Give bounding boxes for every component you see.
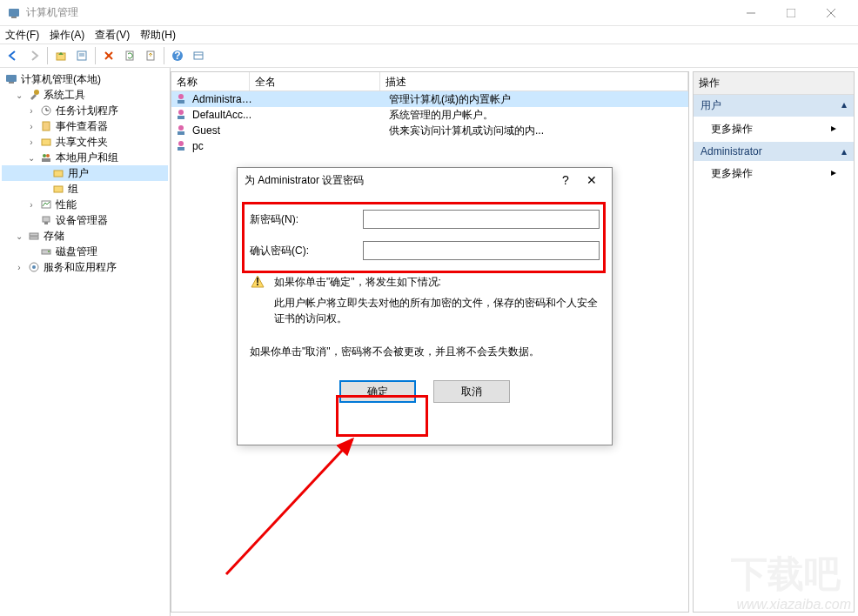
svg-point-40 [178, 94, 184, 99]
back-button[interactable] [3, 46, 23, 65]
refresh-button[interactable] [120, 46, 139, 65]
menu-view[interactable]: 查看(V) [95, 28, 130, 43]
menu-help[interactable]: 帮助(H) [140, 28, 176, 43]
list-row[interactable]: DefaultAcc... 系统管理的用户帐户。 [171, 107, 688, 123]
properties-button[interactable] [72, 46, 91, 65]
warning-text-1: 如果你单击"确定"，将发生如下情况: [274, 274, 600, 290]
tree-perf-label: 性能 [56, 198, 77, 212]
tree-task[interactable]: › 任务计划程序 [2, 103, 168, 118]
svg-rect-30 [54, 186, 63, 192]
forward-button[interactable] [24, 46, 44, 65]
clock-icon [39, 104, 53, 117]
menu-file[interactable]: 文件(F) [5, 28, 39, 43]
tree-storage[interactable]: ⌄ 存储 [2, 228, 168, 244]
tree-devmgr[interactable]: 设备管理器 [2, 212, 168, 228]
folder-icon [39, 135, 53, 149]
dialog-close-button[interactable]: ✕ [579, 173, 605, 187]
maximize-button[interactable] [771, 0, 811, 26]
tree-root[interactable]: 计算机管理(本地) [2, 71, 168, 87]
watermark-logo: 下载吧 [731, 550, 841, 599]
close-button[interactable] [811, 0, 851, 26]
tree-users[interactable]: 用户 [2, 165, 168, 181]
collapse-icon[interactable]: ⌄ [14, 90, 24, 100]
svg-text:!: ! [256, 276, 259, 288]
export-button[interactable] [141, 46, 160, 65]
titlebar: 计算机管理 [0, 0, 858, 26]
svg-rect-45 [178, 131, 184, 135]
row-name: pc [192, 140, 253, 152]
dialog-title: 为 Administrator 设置密码 [245, 173, 553, 188]
list-row[interactable]: pc [171, 138, 688, 154]
list-row[interactable]: Guest 供来宾访问计算机或访问域的内... [171, 123, 688, 138]
set-password-dialog: 为 Administrator 设置密码 ? ✕ 新密码(N): 确认密码(C)… [237, 167, 613, 445]
user-icon [175, 108, 189, 122]
collapse-icon[interactable]: ⌄ [14, 231, 24, 241]
row-name: DefaultAcc... [192, 109, 253, 121]
new-password-input[interactable] [363, 210, 600, 229]
svg-rect-28 [42, 158, 50, 162]
svg-rect-33 [44, 222, 48, 224]
tree-systools[interactable]: ⌄ 系统工具 [2, 87, 168, 103]
tree-perf[interactable]: › 性能 [2, 197, 168, 212]
device-icon [39, 213, 53, 227]
perf-icon [39, 198, 53, 211]
svg-point-27 [46, 154, 50, 157]
dialog-help-button[interactable]: ? [553, 173, 579, 187]
info-text: 如果你单击"取消"，密码将不会被更改，并且将不会丢失数据。 [250, 344, 600, 359]
computer-icon [4, 72, 18, 86]
actions-pane: 操作 用户 ▴ 更多操作 ▸ Administrator ▴ 更多操作 ▸ [693, 71, 855, 613]
tree-diskmgr[interactable]: 磁盘管理 [2, 244, 168, 259]
expand-icon[interactable]: › [26, 137, 37, 147]
delete-button[interactable] [99, 46, 118, 65]
col-full[interactable]: 全名 [250, 72, 380, 90]
list-row[interactable]: Administrat... 管理计算机(域)的内置帐户 [171, 91, 688, 107]
tree-event-label: 事件查看器 [56, 119, 108, 134]
confirm-password-input[interactable] [363, 241, 600, 260]
col-desc[interactable]: 描述 [380, 72, 688, 90]
collapse-icon: ▴ [841, 145, 847, 157]
actions-more-label: 更多操作 [711, 166, 753, 181]
tree-localusers-label: 本地用户和组 [56, 151, 118, 165]
row-desc: 管理计算机(域)的内置帐户 [384, 92, 688, 107]
tree-localusers[interactable]: ⌄ 本地用户和组 [2, 150, 168, 165]
expand-icon[interactable]: › [26, 106, 37, 116]
actions-block-users[interactable]: 用户 ▴ [694, 95, 854, 117]
event-icon [39, 119, 53, 133]
tree-devmgr-label: 设备管理器 [56, 213, 108, 228]
cancel-button[interactable]: 取消 [433, 380, 510, 403]
chevron-right-icon: ▸ [831, 166, 836, 181]
tree-event[interactable]: › 事件查看器 [2, 118, 168, 134]
expand-icon[interactable]: › [26, 122, 37, 131]
expand-icon[interactable]: › [14, 263, 24, 272]
expand-icon[interactable]: › [26, 200, 37, 210]
window-title: 计算机管理 [26, 5, 731, 20]
actions-header: 操作 [694, 72, 854, 95]
view-button[interactable] [189, 46, 208, 65]
svg-point-20 [34, 90, 39, 95]
actions-block-admin-label: Administrator [700, 145, 762, 157]
svg-rect-35 [30, 237, 38, 239]
confirm-password-label: 确认密码(C): [250, 244, 363, 258]
ok-button[interactable]: 确定 [339, 380, 416, 403]
actions-more-admin[interactable]: 更多操作 ▸ [694, 161, 854, 186]
menu-action[interactable]: 操作(A) [50, 28, 84, 43]
svg-text:?: ? [174, 50, 180, 62]
actions-block-admin[interactable]: Administrator ▴ [694, 142, 854, 161]
svg-rect-1 [11, 17, 17, 18]
tree-groups[interactable]: 组 [2, 181, 168, 197]
svg-rect-41 [178, 100, 184, 104]
up-button[interactable] [51, 46, 70, 65]
collapse-icon[interactable]: ⌄ [26, 153, 37, 163]
folder-icon [51, 182, 65, 196]
tree-shared[interactable]: › 共享文件夹 [2, 134, 168, 150]
tree-services[interactable]: › 服务和应用程序 [2, 259, 168, 275]
col-name[interactable]: 名称 [171, 72, 250, 90]
actions-more-users[interactable]: 更多操作 ▸ [694, 117, 854, 142]
svg-rect-29 [54, 171, 63, 177]
nav-tree: 计算机管理(本地) ⌄ 系统工具 › 任务计划程序 › 事件查看器 › 共享文件… [0, 68, 171, 616]
warning-text-2: 此用户帐户将立即失去对他的所有加密的文件，保存的密码和个人安全证书的访问权。 [274, 295, 600, 326]
services-icon [27, 260, 41, 274]
help-button[interactable]: ? [168, 46, 187, 65]
minimize-button[interactable] [731, 0, 771, 26]
app-icon [7, 6, 21, 20]
